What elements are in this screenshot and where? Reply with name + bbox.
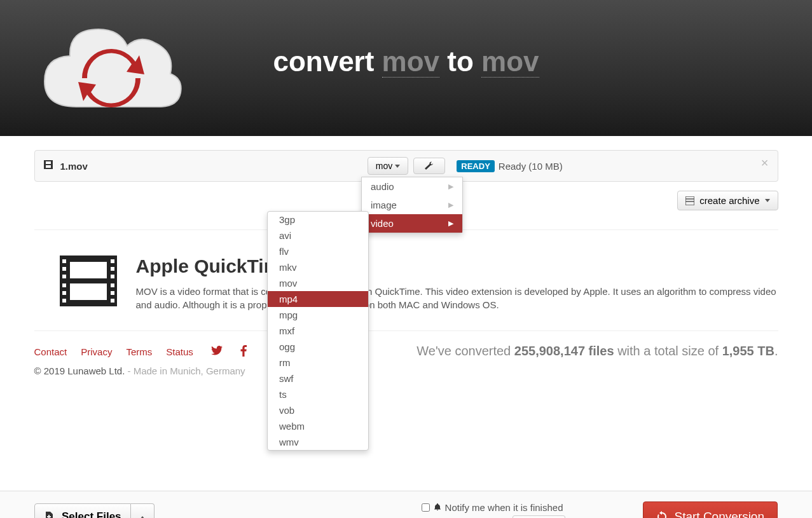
output-format-label: mov <box>376 161 392 171</box>
select-files-caret[interactable] <box>131 503 155 519</box>
header: convert mov to mov <box>0 0 812 136</box>
notify-checkbox-row[interactable]: Notify me when it is finished <box>422 502 565 513</box>
title-mid: to <box>439 46 481 77</box>
format-item-wmv[interactable]: wmv <box>268 434 368 450</box>
footer-links: Contact Privacy Terms Status <box>34 345 247 359</box>
format-description: MOV is a video format that is commonly a… <box>136 285 778 311</box>
svg-rect-16 <box>111 267 114 271</box>
svg-rect-20 <box>111 299 114 303</box>
create-archive-button[interactable]: create archive <box>677 191 778 210</box>
copyright: © 2019 Lunaweb Ltd. - Made in Munich, Ge… <box>34 365 778 376</box>
svg-rect-18 <box>111 283 114 287</box>
caret-down-icon <box>395 165 400 168</box>
format-info: Apple QuickTime Movie MOV is a video for… <box>34 230 778 331</box>
svg-rect-14 <box>62 299 66 303</box>
svg-rect-11 <box>62 275 66 278</box>
format-item-ts[interactable]: ts <box>268 386 368 402</box>
file-name: 1.mov <box>60 161 88 172</box>
film-icon <box>44 160 53 172</box>
link-privacy[interactable]: Privacy <box>81 346 112 357</box>
format-item-mp4[interactable]: mp4 <box>268 291 368 307</box>
format-item-mkv[interactable]: mkv <box>268 259 368 275</box>
format-item-avi[interactable]: avi <box>268 228 368 243</box>
format-item-vob[interactable]: vob <box>268 402 368 418</box>
notify-label: Notify me when it is finished <box>445 502 563 513</box>
facebook-icon[interactable] <box>240 345 247 359</box>
svg-rect-3 <box>685 196 694 205</box>
format-item-ogg[interactable]: ogg <box>268 339 368 355</box>
save-to-row[interactable]: Save file to my Dropbox <box>422 515 565 519</box>
format-heading: Apple QuickTime Movie <box>136 256 778 277</box>
link-status[interactable]: Status <box>166 346 193 357</box>
twitter-icon[interactable] <box>211 346 223 358</box>
archive-label: create archive <box>699 195 759 206</box>
bell-icon <box>434 503 441 511</box>
link-terms[interactable]: Terms <box>126 346 152 357</box>
svg-rect-17 <box>111 275 114 278</box>
format-item-mpg[interactable]: mpg <box>268 307 368 323</box>
format-item-flv[interactable]: flv <box>268 243 368 259</box>
logo <box>38 18 184 122</box>
svg-rect-15 <box>111 259 114 263</box>
title-from-format[interactable]: mov <box>382 46 439 78</box>
select-files-button[interactable]: Select Files <box>34 503 131 519</box>
cloud-convert-logo-icon <box>38 18 184 119</box>
select-files-label: Select Files <box>62 510 121 519</box>
notify-checkbox[interactable] <box>422 503 430 512</box>
conversion-stats: We've converted 255,908,147 files with a… <box>416 344 778 358</box>
caret-down-icon <box>765 199 770 202</box>
output-format-dropdown[interactable]: mov <box>368 157 408 175</box>
format-item-swf[interactable]: swf <box>268 371 368 386</box>
dropbox-dropdown[interactable]: Dropbox <box>513 515 565 519</box>
refresh-icon <box>656 511 668 519</box>
close-icon[interactable]: × <box>761 156 769 170</box>
page-title: convert mov to mov <box>273 46 539 78</box>
format-item-mov[interactable]: mov <box>268 275 368 291</box>
svg-rect-8 <box>70 283 107 300</box>
options-button[interactable] <box>413 158 445 174</box>
status-text: Ready (10 MB) <box>499 161 563 172</box>
bottom-bar: Select Files Notify me when it is finish… <box>0 491 812 519</box>
svg-rect-12 <box>62 283 66 287</box>
format-item-mxf[interactable]: mxf <box>268 323 368 339</box>
svg-rect-9 <box>62 259 66 263</box>
svg-rect-13 <box>62 291 66 295</box>
start-conversion-button[interactable]: Start Conversion <box>643 501 778 519</box>
link-contact[interactable]: Contact <box>34 346 67 357</box>
svg-rect-2 <box>46 165 51 168</box>
title-prefix: convert <box>273 46 382 77</box>
format-item-3gp[interactable]: 3gp <box>268 212 368 228</box>
category-menu: audio▶image▶video▶ <box>361 177 463 233</box>
archive-icon <box>685 196 694 205</box>
category-item-audio[interactable]: audio▶ <box>362 177 462 196</box>
format-submenu: 3gpaviflvmkvmovmp4mpgmxfoggrmswftsvobweb… <box>267 211 369 451</box>
svg-rect-7 <box>70 262 107 278</box>
status-badge: READY <box>457 160 495 172</box>
svg-rect-19 <box>111 291 114 295</box>
format-item-rm[interactable]: rm <box>268 355 368 371</box>
add-file-icon <box>44 512 55 519</box>
category-item-video[interactable]: video▶ <box>362 214 462 233</box>
format-item-webm[interactable]: webm <box>268 418 368 434</box>
svg-rect-1 <box>46 161 51 164</box>
category-item-image[interactable]: image▶ <box>362 196 462 214</box>
start-label: Start Conversion <box>674 510 764 519</box>
film-strip-icon <box>60 256 117 311</box>
title-to-format[interactable]: mov <box>481 46 539 78</box>
svg-rect-10 <box>62 267 66 271</box>
wrench-icon <box>424 161 434 170</box>
